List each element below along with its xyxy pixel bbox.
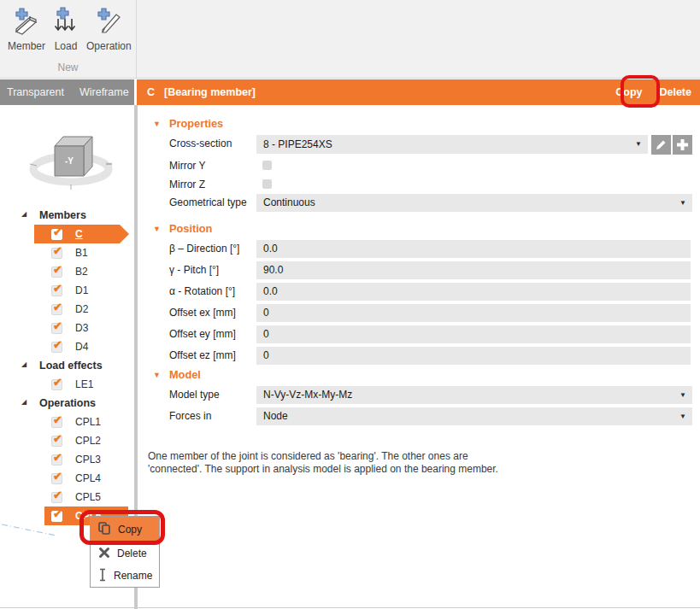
tree-item-member-b1[interactable]: B1 [0, 243, 134, 262]
selected-member-id: C [137, 86, 155, 98]
cross-section-dropdown[interactable]: 8 - PIPE254XS ▼ [256, 135, 648, 154]
visibility-checkbox[interactable] [51, 304, 62, 315]
visibility-checkbox[interactable] [51, 511, 62, 522]
chevron-down-icon: ▼ [635, 135, 642, 154]
model-type-label: Model type [169, 386, 256, 404]
visibility-checkbox[interactable] [51, 342, 62, 353]
visibility-checkbox[interactable] [51, 473, 62, 484]
context-menu-delete[interactable]: Delete [91, 542, 159, 565]
visibility-checkbox[interactable] [51, 266, 62, 278]
tree-item-cpl5[interactable]: CPL5 [0, 488, 134, 507]
mirror-z-label: Mirror Z [169, 176, 256, 194]
collapse-triangle-icon[interactable]: ◢ [21, 361, 26, 368]
alpha-rotation-label: α - Rotation [°] [169, 283, 256, 301]
tree-item-member-b2[interactable]: B2 [0, 262, 134, 281]
tree-item-cpl4[interactable]: CPL4 [0, 469, 134, 488]
tree-group-load-effects[interactable]: ◢ Load effects [0, 356, 134, 375]
offset-ey-input[interactable] [256, 325, 691, 343]
collapse-triangle-icon[interactable]: ◢ [21, 399, 26, 406]
mirror-z-checkbox[interactable] [262, 179, 272, 189]
visibility-checkbox[interactable] [51, 229, 62, 240]
chevron-down-icon: ▼ [679, 194, 686, 212]
cube-face-label: -Y [65, 156, 74, 166]
section-header-model[interactable]: ▼ Model [153, 368, 201, 381]
section-collapse-icon[interactable]: ▼ [153, 120, 161, 128]
tree-item-member-d1[interactable]: D1 [0, 281, 134, 300]
visibility-checkbox[interactable] [51, 454, 62, 466]
offset-ex-label: Offset ex [mm] [169, 304, 256, 322]
tree-item-le1[interactable]: LE1 [0, 375, 134, 394]
geometrical-type-label: Geometrical type [169, 194, 256, 212]
gamma-pitch-label: γ - Pitch [°] [169, 261, 256, 279]
visibility-checkbox[interactable] [51, 323, 62, 334]
collapse-triangle-icon[interactable]: ◢ [21, 211, 26, 218]
forces-in-label: Forces in [169, 407, 256, 425]
new-operation-button[interactable]: Operation [84, 4, 134, 54]
geometrical-type-dropdown[interactable]: Continuous ▼ [256, 194, 692, 212]
visibility-checkbox[interactable] [51, 285, 62, 296]
tree-item-member-d2[interactable]: D2 [0, 300, 134, 319]
delete-x-icon [98, 547, 110, 561]
new-load-button[interactable]: Load [48, 4, 84, 54]
edit-cross-section-button[interactable] [651, 135, 671, 155]
gamma-pitch-input[interactable] [256, 261, 691, 279]
offset-ey-label: Offset ey [mm] [169, 325, 256, 343]
visibility-checkbox[interactable] [51, 379, 62, 390]
visibility-checkbox[interactable] [51, 417, 62, 428]
load-arrows-icon [50, 6, 81, 39]
copy-icon [98, 522, 111, 538]
operation-plate-icon [93, 6, 124, 39]
pencil-icon [655, 138, 668, 151]
offset-ez-input[interactable] [256, 347, 691, 365]
member-beam-icon [11, 6, 42, 39]
operation-button-label: Operation [86, 40, 132, 52]
visibility-checkbox[interactable] [51, 436, 62, 447]
section-header-properties[interactable]: ▼ Properties [153, 117, 223, 130]
tree-group-members[interactable]: ◢ Members [0, 206, 134, 225]
property-panel: ▼ Properties Cross-section 8 - PIPE254XS… [138, 105, 700, 609]
tree-item-cpl1[interactable]: CPL1 [0, 413, 134, 431]
transparent-view-button[interactable]: Transparent [7, 86, 64, 98]
tree-item-member-c-selected[interactable]: C [0, 225, 134, 243]
member-button-label: Member [8, 40, 45, 52]
section-collapse-icon[interactable]: ▼ [153, 225, 161, 233]
beta-direction-input[interactable] [256, 240, 691, 258]
offset-ex-input[interactable] [256, 304, 691, 322]
header-delete-button[interactable]: Delete [650, 86, 700, 98]
ribbon-divider [136, 0, 137, 79]
cross-section-label: Cross-section [169, 135, 256, 153]
forces-in-dropdown[interactable]: Node ▼ [256, 407, 692, 425]
context-menu-rename[interactable]: Rename [91, 565, 159, 587]
section-header-position[interactable]: ▼ Position [153, 222, 212, 235]
model-type-dropdown[interactable]: N-Vy-Vz-Mx-My-Mz ▼ [256, 386, 692, 404]
wireframe-view-button[interactable]: Wireframe [79, 86, 129, 98]
section-collapse-icon[interactable]: ▼ [153, 371, 161, 379]
tree-item-cpl2[interactable]: CPL2 [0, 431, 134, 450]
beta-direction-label: β – Direction [°] [169, 240, 256, 258]
add-cross-section-button[interactable] [673, 135, 692, 155]
app-window: Member Load [0, 0, 700, 609]
bearing-member-note: One member of the joint is considered as… [148, 450, 502, 476]
window-bottom-border [0, 607, 700, 608]
selected-member-title: [Bearing member] [155, 86, 256, 98]
alpha-rotation-input[interactable] [256, 283, 691, 301]
property-panel-header: C [Bearing member] Copy Delete [137, 79, 700, 105]
view-cube[interactable]: -Y [24, 114, 118, 199]
header-copy-button[interactable]: Copy [607, 86, 650, 98]
ribbon: Member Load [0, 0, 700, 79]
ribbon-group-label: New [0, 61, 136, 73]
tree-item-cpl3[interactable]: CPL3 [0, 450, 134, 469]
offset-ez-label: Offset ez [mm] [169, 347, 256, 365]
tree-item-member-d3[interactable]: D3 [0, 319, 134, 337]
context-menu-copy[interactable]: Copy [91, 517, 159, 542]
chevron-down-icon: ▼ [679, 386, 686, 404]
plus-icon [676, 138, 689, 151]
tree-group-operations[interactable]: ◢ Operations [0, 394, 134, 413]
load-button-label: Load [55, 40, 78, 52]
new-member-button[interactable]: Member [5, 4, 48, 54]
tree-item-member-d4[interactable]: D4 [0, 337, 134, 356]
view-toolbar: Transparent Wireframe [0, 79, 134, 105]
visibility-checkbox[interactable] [51, 248, 62, 259]
visibility-checkbox[interactable] [51, 492, 62, 503]
mirror-y-checkbox[interactable] [262, 161, 272, 170]
